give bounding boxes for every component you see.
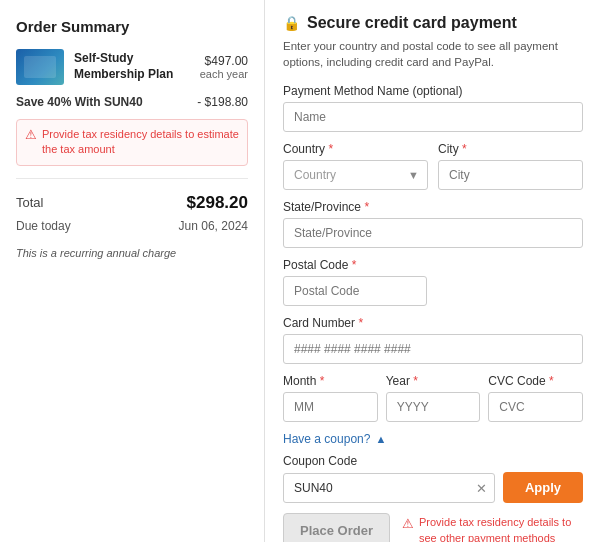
- discount-value: - $198.80: [197, 95, 248, 109]
- order-summary-title: Order Summary: [16, 18, 248, 35]
- product-info: Self-Study Membership Plan: [74, 51, 190, 82]
- month-input[interactable]: [283, 392, 378, 422]
- coupon-input-wrapper: ✕: [283, 473, 495, 503]
- country-city-row: Country * Country ▼ City *: [283, 142, 583, 200]
- state-input[interactable]: [283, 218, 583, 248]
- payment-warning: ⚠ Provide tax residency details to see o…: [402, 515, 583, 542]
- year-label: Year *: [386, 374, 481, 388]
- recurring-note: This is a recurring annual charge: [16, 247, 248, 259]
- payment-panel: 🔒 Secure credit card payment Enter your …: [265, 0, 601, 542]
- country-select[interactable]: Country: [283, 160, 428, 190]
- due-date: Jun 06, 2024: [179, 219, 248, 233]
- due-row: Due today Jun 06, 2024: [16, 219, 248, 233]
- country-group: Country * Country ▼: [283, 142, 428, 190]
- bottom-row: Place Order ⚠ Provide tax residency deta…: [283, 513, 583, 542]
- city-label: City *: [438, 142, 583, 156]
- cvc-label: CVC Code *: [488, 374, 583, 388]
- total-label: Total: [16, 195, 43, 210]
- payment-method-group: Payment Method Name (optional): [283, 84, 583, 132]
- card-expiry-row: Month * Year * CVC Code *: [283, 374, 583, 432]
- state-group: State/Province *: [283, 200, 583, 248]
- total-row: Total $298.20: [16, 189, 248, 213]
- place-order-button[interactable]: Place Order: [283, 513, 390, 542]
- coupon-section: Have a coupon? ▲ Coupon Code ✕ Apply: [283, 432, 583, 503]
- apply-button[interactable]: Apply: [503, 472, 583, 503]
- order-summary-panel: Order Summary Self-Study Membership Plan…: [0, 0, 265, 542]
- warning-icon: ⚠: [25, 127, 37, 142]
- coupon-input[interactable]: [283, 473, 495, 503]
- year-input[interactable]: [386, 392, 481, 422]
- country-label: Country *: [283, 142, 428, 156]
- tax-warning: ⚠ Provide tax residency details to estim…: [16, 119, 248, 166]
- payment-method-label: Payment Method Name (optional): [283, 84, 583, 98]
- lock-icon: 🔒: [283, 15, 300, 31]
- card-number-label: Card Number *: [283, 316, 583, 330]
- product-name: Self-Study Membership Plan: [74, 51, 190, 82]
- discount-row: Save 40% With SUN40 - $198.80: [16, 95, 248, 109]
- coupon-code-label: Coupon Code: [283, 454, 583, 468]
- postal-input[interactable]: [283, 276, 427, 306]
- due-label: Due today: [16, 219, 71, 233]
- payment-warning-text: Provide tax residency details to see oth…: [419, 515, 583, 542]
- secure-title: Secure credit card payment: [307, 14, 517, 32]
- secure-description: Enter your country and postal code to se…: [283, 38, 583, 70]
- month-group: Month *: [283, 374, 378, 422]
- product-row: Self-Study Membership Plan $497.00 each …: [16, 49, 248, 85]
- card-number-input[interactable]: [283, 334, 583, 364]
- chevron-up-icon: ▲: [375, 433, 386, 445]
- tax-warning-text: Provide tax residency details to estimat…: [42, 127, 239, 158]
- postal-label: Postal Code *: [283, 258, 583, 272]
- month-label: Month *: [283, 374, 378, 388]
- coupon-input-row: ✕ Apply: [283, 472, 583, 503]
- coupon-clear-icon[interactable]: ✕: [476, 480, 487, 495]
- year-group: Year *: [386, 374, 481, 422]
- coupon-toggle-label: Have a coupon?: [283, 432, 370, 446]
- country-select-wrapper: Country ▼: [283, 160, 428, 190]
- secure-header: 🔒 Secure credit card payment: [283, 14, 583, 32]
- card-number-group: Card Number *: [283, 316, 583, 364]
- cvc-group: CVC Code *: [488, 374, 583, 422]
- product-price-col: $497.00 each year: [200, 54, 248, 80]
- cvc-input[interactable]: [488, 392, 583, 422]
- city-input[interactable]: [438, 160, 583, 190]
- coupon-toggle[interactable]: Have a coupon? ▲: [283, 432, 583, 446]
- product-period: each year: [200, 68, 248, 80]
- warning-icon-2: ⚠: [402, 516, 414, 531]
- postal-group: Postal Code *: [283, 258, 583, 306]
- total-value: $298.20: [187, 193, 248, 213]
- state-label: State/Province *: [283, 200, 583, 214]
- city-group: City *: [438, 142, 583, 190]
- product-price: $497.00: [200, 54, 248, 68]
- payment-method-input[interactable]: [283, 102, 583, 132]
- product-thumbnail: [16, 49, 64, 85]
- discount-label: Save 40% With SUN40: [16, 95, 143, 109]
